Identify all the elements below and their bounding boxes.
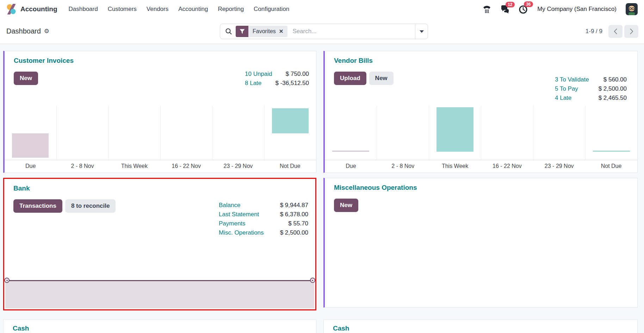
stat-row: 4 Late$ 2,465.50 (555, 93, 627, 103)
chart-column-not-due (264, 105, 316, 160)
chart-bar-not-due (593, 151, 630, 152)
card-miscellaneous-operations: Miscellaneous Operations New (323, 178, 638, 308)
stat-row: 3 To Validate$ 560.00 (555, 75, 627, 84)
nav-item-accounting[interactable]: Accounting (173, 3, 213, 16)
vendor-bills-chart: Due2 - 8 NovThis Week16 - 22 Nov23 - 29 … (325, 105, 637, 172)
stat-link-5-to-pay[interactable]: 5 To Pay (555, 84, 578, 93)
selection-handle-left[interactable]: ◂ (4, 278, 10, 283)
chevron-down-icon (420, 30, 424, 33)
plot-area (5, 105, 316, 160)
breadcrumb: Dashboard ⚙ (6, 27, 49, 35)
filter-facet-chip[interactable]: Favorites ✕ (236, 26, 287, 37)
chart-bar-not-due (272, 108, 309, 133)
app-switcher[interactable]: Accounting (6, 4, 57, 14)
company-name[interactable]: My Company (San Francisco) (537, 6, 617, 13)
plot-area (325, 105, 637, 160)
stat-amount: $ -36,512.50 (275, 79, 309, 88)
phone-icon[interactable] (482, 5, 491, 13)
facet-body: Favorites ✕ (248, 26, 287, 37)
card-bank: Bank Transactions8 to reconcile Balance$… (3, 178, 316, 310)
chart-column-16-22-nov (481, 105, 533, 160)
card-title-link[interactable]: Miscellaneous Operations (334, 184, 417, 192)
chart-column-this-week (429, 105, 481, 160)
stat-amount: $ 2,500.00 (280, 228, 308, 237)
messages-badge: 12 (506, 2, 514, 7)
stat-row: Payments$ 55.70 (219, 219, 308, 228)
pager-previous-button[interactable] (608, 25, 623, 38)
stat-link-3-to-validate[interactable]: 3 To Validate (555, 75, 589, 84)
x-axis-label-16-22-nov: 16 - 22 Nov (160, 163, 212, 169)
new-button[interactable]: New (334, 199, 358, 212)
stat-row: 10 Unpaid$ 750.00 (245, 69, 309, 79)
nav-item-reporting[interactable]: Reporting (213, 3, 249, 16)
stat-amount: $ 560.00 (603, 75, 627, 84)
8-to-reconcile-button[interactable]: 8 to reconcile (65, 199, 116, 213)
systray: 12 36 My Company (San Francisco) (482, 3, 638, 15)
stat-row: Balance$ 9,944.87 (219, 201, 308, 210)
stat-amount: $ 2,500.00 (599, 84, 627, 93)
x-axis-label-due: Due (325, 163, 377, 169)
x-axis-label-this-week: This Week (109, 163, 160, 169)
x-axis-label-this-week: This Week (429, 163, 481, 169)
search-icon (225, 28, 232, 35)
stat-amount: $ 6,378.00 (280, 210, 308, 219)
pager: 1-9 / 9 (586, 25, 638, 38)
nav-menu: DashboardCustomersVendorsAccountingRepor… (64, 3, 295, 16)
stat-link-last-statement[interactable]: Last Statement (219, 210, 259, 219)
messages-icon[interactable]: 12 (501, 5, 510, 13)
stat-row: 8 Late$ -36,512.50 (245, 79, 309, 88)
x-axis-label-not-due: Not Due (264, 163, 316, 169)
x-axis-label-due: Due (5, 163, 56, 169)
search-dropdown-toggle[interactable] (415, 24, 428, 39)
card-actions: UploadNew (334, 72, 394, 85)
stat-link-10-unpaid[interactable]: 10 Unpaid (245, 69, 272, 79)
card-title-link[interactable]: Cash (13, 325, 29, 332)
transactions-button[interactable]: Transactions (13, 199, 62, 213)
x-axis-label-2-8-nov: 2 - 8 Nov (56, 163, 108, 169)
pager-value: 1-9 / 9 (586, 28, 602, 35)
stat-link-misc-operations[interactable]: Misc. Operations (219, 228, 264, 237)
card-title-link[interactable]: Bank (13, 184, 30, 192)
card-title-link[interactable]: Vendor Bills (334, 57, 373, 65)
close-icon[interactable]: ✕ (279, 28, 284, 35)
stat-row: Misc. Operations$ 2,500.00 (219, 228, 308, 237)
search-input[interactable] (292, 28, 415, 35)
upload-button[interactable]: Upload (334, 72, 366, 85)
stat-link-8-late[interactable]: 8 Late (245, 79, 261, 88)
chart-column-this-week (108, 105, 160, 160)
chart-column-23-29-nov (212, 105, 264, 160)
chart-column-due (5, 105, 56, 160)
page-title: Dashboard (6, 27, 41, 35)
stat-link-payments[interactable]: Payments (219, 219, 246, 228)
new-button[interactable]: New (369, 72, 394, 85)
card-title-link[interactable]: Customer Invoices (14, 57, 74, 65)
card-stats: 10 Unpaid$ 750.008 Late$ -36,512.50 (245, 69, 309, 88)
card-stats: Balance$ 9,944.87Last Statement$ 6,378.0… (219, 201, 308, 237)
new-button[interactable]: New (14, 72, 38, 85)
nav-item-customers[interactable]: Customers (103, 3, 142, 16)
card-actions: Transactions8 to reconcile (13, 199, 116, 213)
card-actions: New (334, 199, 358, 212)
selection-band[interactable]: ◂ ▸ (5, 280, 314, 308)
stat-row: 5 To Pay$ 2,500.00 (555, 84, 627, 93)
x-axis-label-2-8-nov: 2 - 8 Nov (377, 163, 429, 169)
chart-column-16-22-nov (160, 105, 212, 160)
nav-item-vendors[interactable]: Vendors (142, 3, 173, 16)
app-name: Accounting (20, 5, 57, 13)
stat-amount: $ 9,944.87 (280, 201, 308, 210)
card-customer-invoices: Customer Invoices New 10 Unpaid$ 750.008… (3, 51, 316, 173)
chart-bar-due (12, 133, 49, 158)
selection-handle-right[interactable]: ▸ (310, 278, 315, 283)
gear-icon[interactable]: ⚙ (44, 28, 49, 35)
stat-link-balance[interactable]: Balance (219, 201, 240, 210)
chart-column-due (325, 105, 377, 160)
nav-item-configuration[interactable]: Configuration (249, 3, 294, 16)
card-title-link[interactable]: Cash (333, 325, 349, 332)
chart-column-2-8-nov (56, 105, 109, 160)
pager-next-button[interactable] (624, 25, 638, 38)
user-avatar[interactable] (626, 3, 638, 15)
stat-link-4-late[interactable]: 4 Late (555, 93, 571, 103)
chart-column-2-8-nov (377, 105, 429, 160)
activities-clock-icon[interactable]: 36 (519, 5, 528, 14)
nav-item-dashboard[interactable]: Dashboard (64, 3, 103, 16)
